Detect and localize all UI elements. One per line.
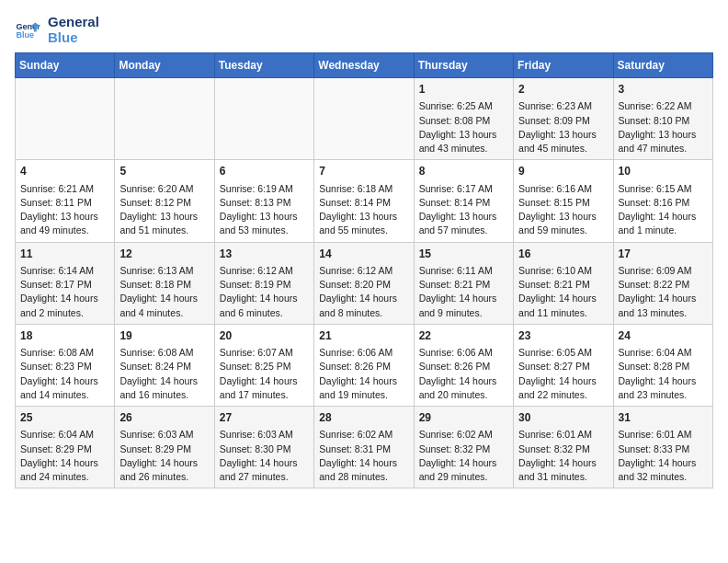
cell-content: Sunrise: 6:10 AM — [518, 264, 608, 278]
cell-content: Daylight: 14 hours and 27 minutes. — [220, 456, 309, 484]
day-number: 31 — [619, 410, 708, 426]
cell-content: Daylight: 14 hours and 23 minutes. — [619, 374, 708, 402]
calendar-table: SundayMondayTuesdayWednesdayThursdayFrid… — [15, 52, 713, 488]
cell-content: Sunset: 8:10 PM — [619, 114, 708, 128]
cell-content: Daylight: 13 hours and 49 minutes. — [20, 210, 109, 237]
cell-content: Daylight: 13 hours and 47 minutes. — [619, 128, 708, 155]
logo: General Blue General Blue — [15, 15, 99, 45]
cell-content: Sunset: 8:33 PM — [619, 442, 708, 456]
cell-content: Sunset: 8:29 PM — [119, 442, 209, 456]
calendar-cell — [16, 78, 115, 160]
calendar-cell — [314, 78, 414, 160]
cell-content: Sunset: 8:21 PM — [419, 278, 508, 292]
cell-content: Sunset: 8:18 PM — [119, 278, 209, 292]
cell-content: Sunrise: 6:18 AM — [319, 182, 408, 196]
cell-content: Sunrise: 6:06 AM — [319, 346, 408, 360]
cell-content: Sunset: 8:12 PM — [119, 196, 209, 210]
cell-content: Daylight: 14 hours and 8 minutes. — [319, 292, 408, 319]
header-wednesday: Wednesday — [314, 53, 414, 78]
calendar-cell: 14Sunrise: 6:12 AMSunset: 8:20 PMDayligh… — [314, 242, 414, 324]
calendar-cell: 31Sunrise: 6:01 AMSunset: 8:33 PMDayligh… — [613, 407, 712, 488]
calendar-cell: 25Sunrise: 6:04 AMSunset: 8:29 PMDayligh… — [16, 407, 115, 488]
cell-content: Daylight: 14 hours and 16 minutes. — [119, 374, 209, 402]
cell-content: Sunset: 8:27 PM — [518, 360, 608, 373]
cell-content: Sunset: 8:22 PM — [619, 278, 708, 292]
calendar-cell: 8Sunrise: 6:17 AMSunset: 8:14 PMDaylight… — [414, 160, 513, 242]
cell-content: Daylight: 13 hours and 55 minutes. — [319, 210, 408, 237]
calendar-cell: 1Sunrise: 6:25 AMSunset: 8:08 PMDaylight… — [414, 78, 513, 160]
cell-content: Sunset: 8:32 PM — [518, 442, 608, 456]
cell-content: Daylight: 14 hours and 31 minutes. — [518, 456, 608, 484]
calendar-cell: 11Sunrise: 6:14 AMSunset: 8:17 PMDayligh… — [16, 242, 115, 324]
calendar-cell: 4Sunrise: 6:21 AMSunset: 8:11 PMDaylight… — [16, 160, 115, 242]
calendar-cell: 23Sunrise: 6:05 AMSunset: 8:27 PMDayligh… — [514, 324, 613, 406]
cell-content: Sunset: 8:17 PM — [20, 278, 109, 292]
calendar-cell: 12Sunrise: 6:13 AMSunset: 8:18 PMDayligh… — [115, 242, 214, 324]
cell-content: Sunset: 8:28 PM — [619, 360, 708, 373]
cell-content: Daylight: 14 hours and 9 minutes. — [419, 292, 508, 319]
cell-content: Sunrise: 6:15 AM — [619, 182, 708, 196]
day-number: 5 — [119, 164, 209, 179]
cell-content: Sunrise: 6:09 AM — [619, 264, 708, 278]
logo-icon: General Blue — [15, 17, 40, 43]
cell-content: Daylight: 14 hours and 32 minutes. — [619, 456, 708, 484]
day-number: 16 — [518, 247, 608, 262]
cell-content: Sunset: 8:15 PM — [518, 196, 608, 210]
day-number: 20 — [220, 328, 309, 344]
calendar-cell: 16Sunrise: 6:10 AMSunset: 8:21 PMDayligh… — [514, 242, 613, 324]
week-row-5: 25Sunrise: 6:04 AMSunset: 8:29 PMDayligh… — [16, 407, 713, 488]
day-number: 26 — [119, 410, 209, 426]
cell-content: Sunrise: 6:17 AM — [419, 182, 508, 196]
day-number: 19 — [119, 328, 209, 344]
cell-content: Sunset: 8:09 PM — [518, 114, 608, 128]
calendar-cell: 29Sunrise: 6:02 AMSunset: 8:32 PMDayligh… — [414, 407, 513, 488]
day-number: 13 — [220, 247, 309, 262]
cell-content: Sunset: 8:31 PM — [319, 442, 408, 456]
cell-content: Sunset: 8:21 PM — [518, 278, 608, 292]
cell-content: Sunrise: 6:14 AM — [20, 264, 109, 278]
day-number: 6 — [220, 164, 309, 179]
day-number: 8 — [419, 164, 508, 179]
cell-content: Daylight: 14 hours and 24 minutes. — [20, 456, 109, 484]
cell-content: Sunrise: 6:03 AM — [220, 428, 309, 442]
cell-content: Daylight: 14 hours and 28 minutes. — [319, 456, 408, 484]
calendar-cell: 18Sunrise: 6:08 AMSunset: 8:23 PMDayligh… — [16, 324, 115, 406]
day-number: 23 — [518, 328, 608, 344]
day-number: 27 — [220, 410, 309, 426]
cell-content: Sunrise: 6:02 AM — [319, 428, 408, 442]
day-number: 15 — [419, 247, 508, 262]
cell-content: Daylight: 14 hours and 6 minutes. — [220, 292, 309, 319]
day-number: 10 — [619, 164, 708, 179]
calendar-cell: 2Sunrise: 6:23 AMSunset: 8:09 PMDaylight… — [514, 78, 613, 160]
cell-content: Daylight: 14 hours and 2 minutes. — [20, 292, 109, 319]
cell-content: Sunrise: 6:03 AM — [119, 428, 209, 442]
calendar-cell: 10Sunrise: 6:15 AMSunset: 8:16 PMDayligh… — [613, 160, 712, 242]
cell-content: Daylight: 14 hours and 1 minute. — [619, 210, 708, 237]
cell-content: Sunrise: 6:06 AM — [419, 346, 508, 360]
calendar-cell: 28Sunrise: 6:02 AMSunset: 8:31 PMDayligh… — [314, 407, 414, 488]
header-thursday: Thursday — [414, 53, 513, 78]
cell-content: Sunrise: 6:20 AM — [119, 182, 209, 196]
cell-content: Sunset: 8:13 PM — [220, 196, 309, 210]
logo-text-blue: Blue — [48, 30, 99, 46]
cell-content: Sunset: 8:16 PM — [619, 196, 708, 210]
day-number: 29 — [419, 410, 508, 426]
week-row-4: 18Sunrise: 6:08 AMSunset: 8:23 PMDayligh… — [16, 324, 713, 406]
week-row-3: 11Sunrise: 6:14 AMSunset: 8:17 PMDayligh… — [16, 242, 713, 324]
cell-content: Sunrise: 6:25 AM — [419, 99, 508, 113]
cell-content: Sunrise: 6:01 AM — [518, 428, 608, 442]
calendar-cell — [115, 78, 214, 160]
cell-content: Sunset: 8:14 PM — [319, 196, 408, 210]
cell-content: Daylight: 14 hours and 22 minutes. — [518, 374, 608, 402]
header: General Blue General Blue — [15, 15, 713, 45]
cell-content: Sunrise: 6:11 AM — [419, 264, 508, 278]
calendar-cell: 7Sunrise: 6:18 AMSunset: 8:14 PMDaylight… — [314, 160, 414, 242]
cell-content: Sunset: 8:24 PM — [119, 360, 209, 373]
svg-text:Blue: Blue — [16, 30, 34, 40]
calendar-cell: 17Sunrise: 6:09 AMSunset: 8:22 PMDayligh… — [613, 242, 712, 324]
header-saturday: Saturday — [613, 53, 712, 78]
cell-content: Sunset: 8:26 PM — [419, 360, 508, 373]
calendar-cell: 26Sunrise: 6:03 AMSunset: 8:29 PMDayligh… — [115, 407, 214, 488]
cell-content: Daylight: 14 hours and 17 minutes. — [220, 374, 309, 402]
cell-content: Daylight: 13 hours and 59 minutes. — [518, 210, 608, 237]
